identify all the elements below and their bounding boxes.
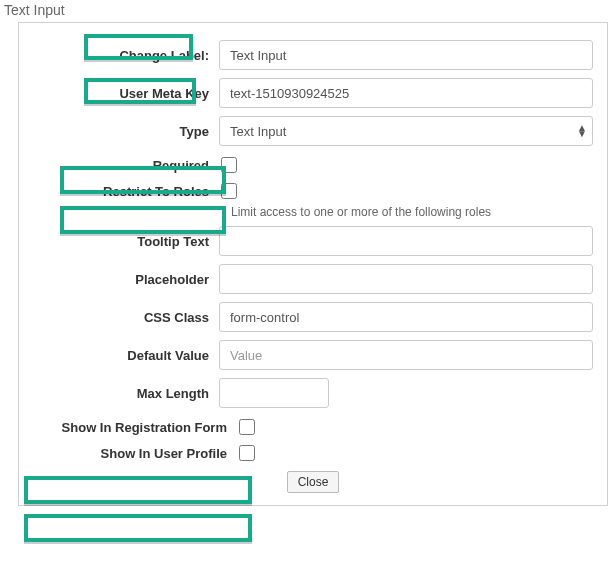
default-value-input[interactable] <box>219 340 593 370</box>
change-label-input[interactable] <box>219 40 593 70</box>
max-length-input[interactable] <box>219 378 329 408</box>
row-restrict-roles: Restrict To Roles <box>19 183 607 199</box>
type-label: Type <box>19 124 219 139</box>
row-css-class: CSS Class <box>19 301 607 333</box>
required-checkbox[interactable] <box>221 157 237 173</box>
row-max-length: Max Length <box>19 377 607 409</box>
placeholder-input[interactable] <box>219 264 593 294</box>
user-meta-key-label: User Meta Key <box>19 86 219 101</box>
row-change-label: Change Label: <box>19 39 607 71</box>
row-default-value: Default Value <box>19 339 607 371</box>
show-registration-checkbox[interactable] <box>239 419 255 435</box>
default-value-label: Default Value <box>19 348 219 363</box>
row-tooltip-text: Tooltip Text <box>19 225 607 257</box>
placeholder-label: Placeholder <box>19 272 219 287</box>
row-show-registration: Show In Registration Form <box>19 419 607 435</box>
panel-title: Text Input <box>0 0 616 22</box>
css-class-input[interactable] <box>219 302 593 332</box>
row-type: Type Text Input ▲▼ <box>19 115 607 147</box>
show-profile-checkbox[interactable] <box>239 445 255 461</box>
close-button[interactable]: Close <box>287 471 340 493</box>
user-meta-key-input[interactable] <box>219 78 593 108</box>
show-profile-label: Show In User Profile <box>19 446 237 461</box>
field-settings-panel: Change Label: User Meta Key Type Text In… <box>18 22 608 506</box>
highlight-show-profile <box>24 514 252 542</box>
type-select[interactable]: Text Input <box>219 116 593 146</box>
row-user-meta-key: User Meta Key <box>19 77 607 109</box>
change-label-label: Change Label: <box>19 48 219 63</box>
restrict-roles-label: Restrict To Roles <box>19 184 219 199</box>
row-placeholder: Placeholder <box>19 263 607 295</box>
row-show-profile: Show In User Profile <box>19 445 607 461</box>
restrict-roles-helper: Limit access to one or more of the follo… <box>231 205 607 219</box>
css-class-label: CSS Class <box>19 310 219 325</box>
show-registration-label: Show In Registration Form <box>19 420 237 435</box>
required-label: Required <box>19 158 219 173</box>
row-required: Required <box>19 157 607 173</box>
restrict-roles-checkbox[interactable] <box>221 183 237 199</box>
tooltip-text-label: Tooltip Text <box>19 234 219 249</box>
max-length-label: Max Length <box>19 386 219 401</box>
tooltip-text-input[interactable] <box>219 226 593 256</box>
footer: Close <box>19 471 607 493</box>
